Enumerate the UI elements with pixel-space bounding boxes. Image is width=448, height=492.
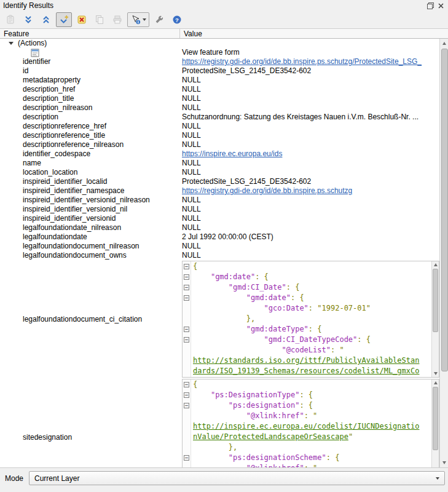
fold-marker-icon[interactable]: − [184, 274, 189, 280]
fold-marker-icon[interactable]: − [184, 455, 189, 461]
code-line: { [193, 379, 431, 390]
attribute-row[interactable]: location_locationNULL [0, 168, 439, 177]
vertical-scrollbar[interactable] [439, 39, 448, 467]
form-action-row[interactable]: View feature form [0, 48, 439, 57]
code-token: "@xlink:href" [246, 411, 304, 420]
fold-slot [183, 421, 191, 432]
feature-name: description_title [0, 94, 180, 103]
attribute-row[interactable]: descriptionreference_nilreasonNULL [0, 140, 439, 149]
attribute-row[interactable]: inspireid_identifier_versionid_nilNULL [0, 205, 439, 214]
code-lines[interactable]: { "ps:DesignationType": { "ps:designatio… [191, 379, 431, 467]
fold-marker-icon[interactable]: − [184, 295, 189, 301]
fold-marker-icon[interactable]: − [184, 285, 189, 290]
dropdown-arrow-icon [143, 18, 146, 21]
attribute-row[interactable]: nameNULL [0, 159, 439, 168]
code-token: : { [299, 391, 313, 399]
editor-scrollbar-thumb[interactable] [433, 269, 438, 332]
attribute-row[interactable]: descriptionreference_titleNULL [0, 131, 439, 140]
attribute-row[interactable]: legalfoundationdocument_nilreasonNULL [0, 242, 439, 251]
feature-value: NULL [180, 85, 439, 94]
value-link[interactable]: https://registry.gdi-de.org/id/de.bb.ins… [182, 57, 422, 66]
attribute-row[interactable]: legalfoundationdate2 Jul 1992 00:00:00 (… [0, 232, 439, 242]
close-panel-button[interactable] [436, 1, 446, 10]
feature-name: descriptionreference_title [0, 131, 180, 140]
expand-tree-button[interactable] [20, 12, 36, 27]
feature-value: NULL [180, 214, 439, 223]
attribute-row[interactable]: identifierhttps://registry.gdi-de.org/id… [0, 57, 439, 66]
editor-scrollbar[interactable] [431, 379, 439, 467]
fold-slot: − [183, 335, 191, 345]
form-action-label[interactable]: View feature form [180, 48, 439, 57]
help-button[interactable]: ? [169, 12, 185, 27]
clear-results-button[interactable] [74, 12, 90, 27]
json-code-editor[interactable]: −−−−−−{ "gmd:date": { "gmd:CI_Date": { "… [182, 261, 439, 378]
feature-value: Schutzanordnung: Satzung des Kreistages … [180, 113, 439, 122]
feature-value: NULL [180, 140, 439, 149]
attribute-row[interactable]: descriptionSchutzanordnung: Satzung des … [0, 113, 439, 122]
fold-slot [183, 442, 191, 453]
attribute-row[interactable]: inspireid_identifier_localidProtectedSit… [0, 177, 439, 186]
code-token: "gmd:date" [211, 272, 255, 281]
fold-marker-icon[interactable]: − [184, 327, 189, 332]
feature-value: https://inspire.ec.europa.eu/ids [180, 149, 439, 159]
attribute-row[interactable]: inspireid_identifier_namespacehttps://re… [0, 186, 439, 196]
copy-button [92, 12, 108, 27]
form-action-icon[interactable] [31, 49, 39, 57]
json-code-editor[interactable]: −−−−{ "ps:DesignationType": { "ps:design… [182, 379, 439, 467]
attribute-row[interactable]: description_titleNULL [0, 94, 439, 103]
settings-wrench-icon [154, 15, 164, 25]
actions-group-row[interactable]: (Actions) [0, 39, 439, 48]
identify-mode-dropdown[interactable] [127, 12, 149, 27]
scrollbar-thumb[interactable] [441, 49, 448, 371]
print-button [109, 12, 125, 27]
code-token: : [308, 304, 317, 312]
fold-marker-icon[interactable]: − [184, 264, 189, 269]
scroll-down-button[interactable] [440, 458, 448, 467]
code-line: }, [193, 442, 431, 453]
attribute-row[interactable]: idProtectedSite_LSG_2145_DE3542-602 [0, 66, 439, 76]
fold-marker-icon[interactable]: − [184, 392, 189, 398]
attribute-row[interactable]: inspireid_identifier_versionid_nilreason… [0, 196, 439, 205]
attribute-row[interactable]: inspireid_identifier_versionidNULL [0, 214, 439, 223]
code-token: "1992-07-01" [317, 304, 371, 312]
code-token: { [193, 380, 197, 389]
attribute-row[interactable]: legalfoundationdocument_ownsNULL [0, 251, 439, 260]
expand-new-results-toggle[interactable] [56, 12, 72, 27]
code-lines[interactable]: { "gmd:date": { "gmd:CI_Date": { "gmd:da… [191, 261, 431, 377]
fold-marker-icon[interactable]: − [184, 382, 189, 387]
column-header-feature[interactable]: Feature [0, 29, 180, 38]
fold-slot [183, 432, 191, 442]
code-token: "@xlink:href" [246, 464, 304, 467]
editor-scrollbar[interactable] [431, 261, 439, 377]
identify-settings-button[interactable] [151, 12, 167, 27]
feature-name: description [0, 113, 180, 122]
attribute-row[interactable]: identifier_codespacehttps://inspire.ec.e… [0, 149, 439, 159]
fold-marker-icon[interactable]: − [184, 337, 189, 343]
attribute-row[interactable]: description_nilreasonNULL [0, 103, 439, 113]
attribute-row[interactable]: metadatapropertyNULL [0, 76, 439, 85]
feature-name: inspireid_identifier_versionid_nilreason [0, 196, 180, 205]
attribute-row[interactable]: descriptionreference_hrefNULL [0, 122, 439, 131]
code-token: : [331, 346, 339, 354]
fold-marker-icon[interactable]: − [184, 403, 189, 408]
attribute-row[interactable]: description_hrefNULL [0, 85, 439, 94]
value-link[interactable]: https://registry.gdi-de.org/id/de.bb.ins… [182, 186, 352, 195]
code-line: dards/ISO_19139_Schemas/resources/codeli… [193, 366, 431, 376]
feature-value: NULL [180, 159, 439, 168]
code-token: "ps:designation" [229, 401, 300, 410]
code-token: "@codeList" [282, 346, 331, 354]
column-header-value[interactable]: Value [180, 29, 448, 38]
value-link[interactable]: https://inspire.ec.europa.eu/ids [182, 149, 282, 158]
editor-scrollbar-thumb[interactable] [433, 387, 438, 450]
data-rows-mount: identifierhttps://registry.gdi-de.org/id… [0, 57, 439, 467]
code-token: " [313, 411, 317, 420]
collapse-expander-icon[interactable] [9, 42, 14, 45]
code-url-token: nValue/ProtectedLandscapeOrSeascape [193, 432, 348, 441]
scroll-up-button[interactable] [440, 39, 448, 48]
mode-combobox[interactable]: Current Layer [29, 471, 445, 485]
float-panel-button[interactable] [426, 1, 435, 10]
attribute-row[interactable]: legalfoundationdate_nilreasonNULL [0, 223, 439, 232]
collapse-tree-button[interactable] [38, 12, 54, 27]
code-line: "ps:designation": { [193, 400, 431, 411]
code-token: : [304, 464, 313, 467]
